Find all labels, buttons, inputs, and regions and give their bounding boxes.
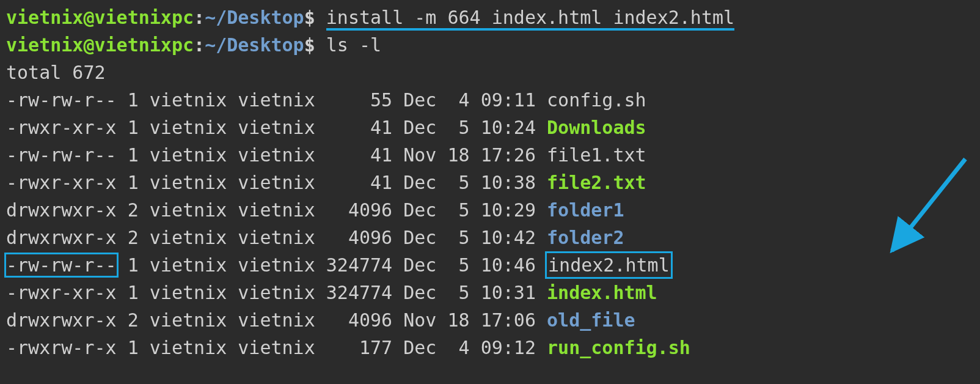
prompt-symbol: $: [304, 7, 315, 28]
prompt-at: @: [83, 34, 94, 56]
ls-filename: folder2: [547, 227, 624, 248]
prompt-host: vietnixpc: [95, 7, 194, 28]
prompt-user: vietnix: [6, 34, 83, 56]
prompt-path: ~/Desktop: [205, 7, 304, 28]
install-command: install -m 664 index.html index2.html: [326, 7, 734, 31]
ls-filename: file2.txt: [547, 172, 646, 193]
prompt-host: vietnixpc: [95, 34, 194, 56]
total-line: total 672: [6, 59, 974, 86]
highlighted-permissions: -rw-rw-r--: [4, 253, 119, 278]
ls-row: drwxrwxr-x 2 vietnix vietnix 4096 Nov 18…: [6, 306, 974, 334]
ls-filename: run_config.sh: [547, 337, 690, 358]
ls-command: ls -l: [326, 34, 381, 56]
prompt-colon: :: [194, 34, 205, 56]
ls-filename: folder1: [547, 199, 624, 221]
prompt-colon: :: [194, 7, 205, 28]
ls-row: -rw-rw-r-- 1 vietnix vietnix 324774 Dec …: [6, 251, 974, 279]
prompt-path: ~/Desktop: [205, 34, 304, 56]
ls-filename: Downloads: [547, 117, 646, 138]
command-line-1: vietnix@vietnixpc:~/Desktop$ install -m …: [6, 4, 974, 31]
prompt-symbol: $: [304, 34, 315, 56]
ls-row: -rwxr-xr-x 1 vietnix vietnix 41 Dec 5 10…: [6, 169, 974, 196]
ls-filename: index.html: [547, 282, 657, 303]
ls-row: -rwxr-xr-x 1 vietnix vietnix 324774 Dec …: [6, 279, 974, 306]
ls-filename: config.sh: [547, 89, 646, 111]
ls-row: drwxrwxr-x 2 vietnix vietnix 4096 Dec 5 …: [6, 196, 974, 224]
ls-filename: old_file: [547, 309, 635, 331]
ls-row: drwxrwxr-x 2 vietnix vietnix 4096 Dec 5 …: [6, 224, 974, 251]
terminal-window[interactable]: vietnix@vietnixpc:~/Desktop$ install -m …: [0, 0, 980, 365]
ls-filename: file1.txt: [547, 144, 646, 166]
ls-row: -rwxr-xr-x 1 vietnix vietnix 41 Dec 5 10…: [6, 114, 974, 141]
ls-row: -rw-rw-r-- 1 vietnix vietnix 41 Nov 18 1…: [6, 141, 974, 169]
prompt-at: @: [83, 7, 94, 28]
highlighted-filename: index2.html: [545, 251, 673, 279]
ls-row: -rwxrw-r-x 1 vietnix vietnix 177 Dec 4 0…: [6, 334, 974, 361]
command-line-2: vietnix@vietnixpc:~/Desktop$ ls -l: [6, 31, 974, 59]
prompt-user: vietnix: [6, 7, 83, 28]
ls-row: -rw-rw-r-- 1 vietnix vietnix 55 Dec 4 09…: [6, 86, 974, 114]
